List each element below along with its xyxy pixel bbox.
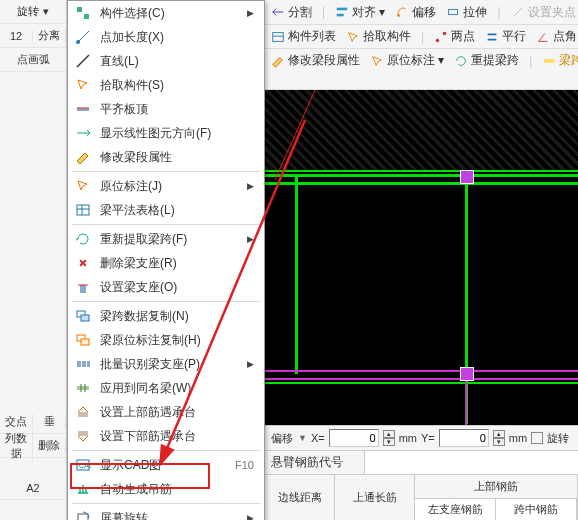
- menu-icon: [74, 76, 92, 94]
- submenu-arrow-icon: ▶: [247, 234, 254, 244]
- offset-button[interactable]: 偏移: [395, 4, 436, 21]
- col-top-long[interactable]: 上通长筋: [335, 475, 414, 520]
- menu-item[interactable]: 设置梁支座(O): [68, 275, 264, 299]
- point-angle-button[interactable]: 点角: [536, 28, 577, 45]
- menu-item[interactable]: 重新提取梁跨(F)▶: [68, 227, 264, 251]
- separate-label[interactable]: 分离: [33, 28, 66, 43]
- x-spinner[interactable]: ▲▼: [383, 430, 395, 446]
- menu-item[interactable]: 设置上部筋遇承台: [68, 400, 264, 424]
- col-midspan[interactable]: 跨中钢筋: [496, 499, 577, 521]
- menu-icon: [74, 307, 92, 325]
- y-spinner[interactable]: ▲▼: [493, 430, 505, 446]
- menu-item[interactable]: 构件选择(C)▶: [68, 1, 264, 25]
- rebar-table: 悬臂钢筋代号 边线距离 上通长筋 上部钢筋 左支座钢筋 跨中钢筋: [265, 450, 578, 520]
- svg-rect-21: [87, 361, 90, 367]
- split-button[interactable]: 分割: [271, 4, 312, 21]
- svg-rect-9: [77, 7, 82, 12]
- svg-point-5: [436, 38, 440, 42]
- menu-item[interactable]: 屏幕旋转▶: [68, 506, 264, 520]
- inplace-label-button[interactable]: 原位标注 ▾: [370, 52, 444, 69]
- svg-rect-18: [81, 339, 89, 345]
- menu-item[interactable]: 应用到同名梁(W): [68, 376, 264, 400]
- menu-icon: [74, 230, 92, 248]
- status-bar: 偏移▼ X= ▲▼ mm Y= ▲▼ mm 旋转: [265, 425, 578, 450]
- set-grip-button: 设置夹点: [511, 4, 576, 21]
- component-list-button[interactable]: 构件列表: [271, 28, 336, 45]
- menu-item[interactable]: 删除梁支座(R): [68, 251, 264, 275]
- x-label: X=: [311, 432, 325, 444]
- menu-label: 原位标注(J): [100, 178, 239, 195]
- tab-column-data[interactable]: 列数据: [0, 431, 33, 461]
- menu-icon: [74, 509, 92, 520]
- drawing-canvas[interactable]: [265, 90, 578, 425]
- rotate-dropdown[interactable]: 旋转 ▾: [0, 0, 66, 24]
- submenu-arrow-icon: ▶: [247, 181, 254, 191]
- menu-item[interactable]: 修改梁段属性: [68, 145, 264, 169]
- x-input[interactable]: [329, 429, 379, 447]
- arc-by-point[interactable]: 点画弧: [0, 48, 66, 72]
- red-guide-line: [265, 90, 578, 425]
- menu-item[interactable]: 原位标注(J)▶: [68, 174, 264, 198]
- menu-item[interactable]: 平齐板顶: [68, 97, 264, 121]
- y-input[interactable]: [439, 429, 489, 447]
- svg-point-11: [76, 40, 80, 44]
- menu-label: 拾取构件(S): [100, 77, 254, 94]
- svg-rect-24: [78, 431, 88, 436]
- two-point-button[interactable]: 两点: [434, 28, 475, 45]
- menu-label: 设置梁支座(O): [100, 279, 254, 296]
- menu-icon: [74, 28, 92, 46]
- menu-item[interactable]: 自动生成吊筋: [68, 477, 264, 501]
- menu-label: 梁跨数据复制(N): [100, 308, 254, 325]
- menu-icon: [74, 355, 92, 373]
- sheet-a2[interactable]: A2: [0, 476, 66, 500]
- rotate-label: 旋转: [547, 431, 569, 446]
- col-edge-distance[interactable]: 边线距离: [265, 475, 334, 520]
- menu-label: 梁原位标注复制(H): [100, 332, 254, 349]
- perpendicular-snap[interactable]: 垂: [33, 414, 66, 429]
- menu-item[interactable]: 点加长度(X): [68, 25, 264, 49]
- menu-item[interactable]: 梁平法表格(L): [68, 198, 264, 222]
- rotate-checkbox[interactable]: [531, 432, 543, 444]
- menu-icon: [74, 4, 92, 22]
- menu-label: 重新提取梁跨(F): [100, 231, 239, 248]
- col-left-support[interactable]: 左支座钢筋: [415, 499, 496, 521]
- svg-rect-20: [82, 361, 86, 367]
- pick-component-button[interactable]: 拾取构件: [346, 28, 411, 45]
- menu-item[interactable]: CAD显示CAD图F10: [68, 453, 264, 477]
- svg-rect-19: [77, 361, 81, 367]
- unit-mm: mm: [509, 432, 527, 444]
- menu-item[interactable]: 批量识别梁支座(P)▶: [68, 352, 264, 376]
- align-button[interactable]: 对齐 ▾: [335, 4, 385, 21]
- menu-icon: [74, 201, 92, 219]
- modify-span-button[interactable]: 修改梁段属性: [271, 52, 360, 69]
- menu-label: 修改梁段属性: [100, 149, 254, 166]
- submenu-arrow-icon: ▶: [247, 513, 254, 520]
- menu-item[interactable]: 梁原位标注复制(H): [68, 328, 264, 352]
- context-menu: 构件选择(C)▶点加长度(X)直线(L)拾取构件(S)平齐板顶显示线性图元方向(…: [67, 0, 265, 520]
- menu-separator: [72, 171, 260, 172]
- menu-label: 构件选择(C): [100, 5, 239, 22]
- parallel-button[interactable]: 平行: [485, 28, 526, 45]
- span-tail-button[interactable]: 梁跨: [542, 52, 578, 69]
- relabel-span-button[interactable]: 重提梁跨: [454, 52, 519, 69]
- menu-item[interactable]: 梁跨数据复制(N): [68, 304, 264, 328]
- menu-icon: [74, 427, 92, 445]
- menu-item[interactable]: 拾取构件(S): [68, 73, 264, 97]
- svg-rect-0: [337, 8, 348, 11]
- menu-label: 应用到同名梁(W): [100, 380, 254, 397]
- stretch-button[interactable]: 拉伸: [446, 4, 487, 21]
- intersect-snap[interactable]: 交点: [0, 414, 33, 429]
- svg-rect-7: [544, 59, 555, 63]
- menu-icon: [74, 480, 92, 498]
- menu-icon: [74, 100, 92, 118]
- left-strip: 旋转 ▾ 12 分离 点画弧 交点 垂 列数据 删除 A2: [0, 0, 67, 520]
- menu-item[interactable]: 显示线性图元方向(F): [68, 121, 264, 145]
- menu-label: 设置上部筋遇承台: [100, 404, 254, 421]
- svg-rect-16: [81, 315, 89, 321]
- svg-rect-1: [337, 14, 344, 17]
- unit-mm: mm: [399, 432, 417, 444]
- menu-item[interactable]: 设置下部筋遇承台: [68, 424, 264, 448]
- menu-item[interactable]: 直线(L): [68, 49, 264, 73]
- tab-delete[interactable]: 删除: [33, 438, 66, 453]
- menu-icon: [74, 403, 92, 421]
